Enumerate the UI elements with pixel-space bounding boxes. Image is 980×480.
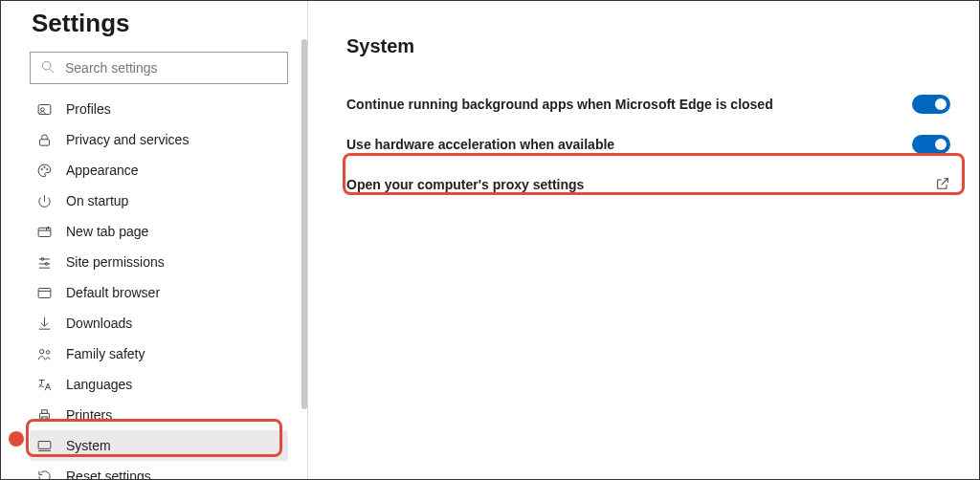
sidebar-item-label: Default browser (66, 285, 160, 300)
scroll-thumb[interactable] (301, 39, 307, 409)
new-tab-icon (35, 223, 53, 240)
sidebar-item-label: Languages (66, 377, 132, 392)
sidebar-item-label: Profiles (66, 101, 111, 117)
palette-icon (35, 162, 53, 179)
setting-hardware-accel: Use hardware acceleration when available (346, 124, 950, 164)
setting-label: Continue running background apps when Mi… (346, 97, 773, 112)
language-icon (35, 376, 53, 393)
annotation-dot (9, 431, 24, 447)
download-icon (35, 315, 53, 332)
sidebar-item-languages[interactable]: Languages (30, 369, 288, 400)
power-icon (35, 192, 53, 209)
sidebar-item-label: Downloads (66, 316, 132, 331)
sidebar-scrollbar[interactable] (301, 39, 307, 450)
profile-icon (35, 100, 53, 118)
svg-point-6 (43, 166, 44, 167)
sidebar-item-label: Privacy and services (66, 132, 189, 147)
external-link-icon (935, 176, 950, 194)
sidebar-item-label: Family safety (66, 346, 145, 361)
family-icon (35, 345, 53, 362)
svg-point-3 (40, 107, 44, 111)
sidebar-item-label: On startup (66, 193, 128, 208)
sidebar-item-label: Printers (66, 407, 112, 423)
svg-rect-27 (38, 441, 51, 448)
toggle-hardware-accel[interactable] (912, 135, 950, 154)
search-icon (40, 59, 65, 77)
toggle-background-apps[interactable] (912, 95, 950, 114)
printer-icon (35, 406, 53, 424)
lock-icon (35, 131, 53, 148)
settings-sidebar: Settings Search settings Profiles Privac… (1, 1, 307, 479)
sliders-icon (35, 253, 53, 271)
svg-point-7 (46, 168, 47, 169)
setting-background-apps: Continue running background apps when Mi… (346, 84, 950, 124)
svg-rect-4 (39, 139, 49, 144)
svg-line-1 (50, 69, 54, 73)
sidebar-item-defaultbrowser[interactable]: Default browser (30, 277, 288, 308)
setting-proxy-link[interactable]: Open your computer's proxy settings (346, 164, 950, 205)
sidebar-item-label: Appearance (66, 163, 139, 178)
sidebar-item-newtab[interactable]: New tab page (30, 216, 288, 247)
sidebar-item-appearance[interactable]: Appearance (30, 155, 288, 185)
sidebar-item-privacy[interactable]: Privacy and services (30, 124, 288, 155)
settings-main: System Continue running background apps … (308, 1, 979, 479)
sidebar-item-family[interactable]: Family safety (30, 338, 288, 369)
svg-rect-8 (38, 228, 51, 236)
svg-point-0 (42, 61, 51, 70)
setting-label: Open your computer's proxy settings (346, 177, 584, 192)
sidebar-item-printers[interactable]: Printers (30, 400, 288, 430)
sidebar-item-system[interactable]: System (30, 430, 288, 461)
svg-point-21 (39, 349, 43, 353)
sidebar-item-label: New tab page (66, 224, 148, 239)
svg-rect-25 (41, 409, 47, 413)
search-placeholder: Search settings (65, 60, 158, 76)
setting-label: Use hardware acceleration when available (346, 137, 614, 152)
svg-point-5 (40, 168, 41, 169)
page-title: Settings (32, 9, 288, 38)
svg-point-22 (46, 350, 50, 354)
system-icon (35, 437, 53, 454)
svg-rect-24 (39, 413, 49, 419)
sidebar-item-downloads[interactable]: Downloads (30, 308, 288, 338)
reset-icon (35, 468, 53, 480)
sidebar-item-reset[interactable]: Reset settings (30, 461, 288, 480)
sidebar-item-label: Reset settings (66, 469, 151, 480)
sidebar-item-label: Site permissions (66, 254, 165, 270)
section-heading: System (346, 35, 950, 57)
sidebar-item-startup[interactable]: On startup (30, 185, 288, 216)
svg-rect-18 (38, 288, 51, 297)
browser-icon (35, 284, 53, 301)
sidebar-item-label: System (66, 438, 111, 453)
sidebar-item-sitepermissions[interactable]: Site permissions (30, 247, 288, 277)
search-input[interactable]: Search settings (30, 52, 288, 84)
sidebar-item-profiles[interactable]: Profiles (30, 94, 288, 124)
